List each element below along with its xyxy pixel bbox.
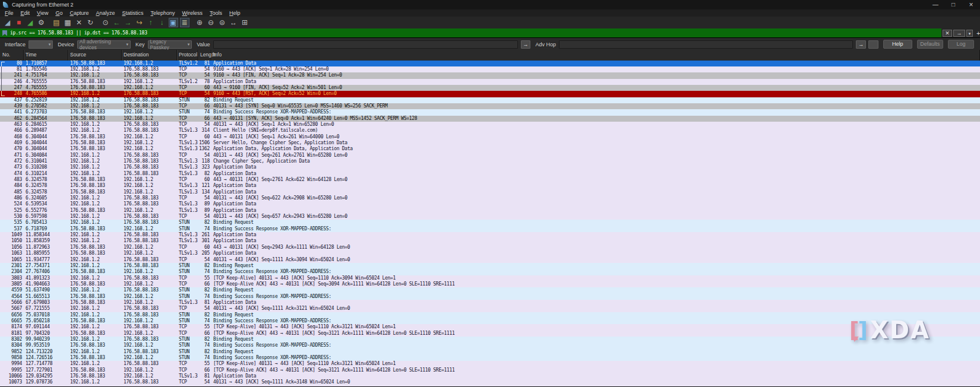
open-file-icon[interactable]: ▤ <box>52 18 61 27</box>
packet-row[interactable]: 830499.953519176.58.88.183192.168.1.2STU… <box>0 342 980 348</box>
menu-capture[interactable]: Capture <box>66 9 92 17</box>
start-capture-icon[interactable]: ◢ <box>3 18 12 27</box>
restart-capture-icon[interactable]: ◢ <box>26 18 35 27</box>
packet-row[interactable]: 566667.679803176.58.88.183192.168.1.2TLS… <box>0 300 980 306</box>
go-first-packet-icon[interactable]: ↑ <box>146 18 156 27</box>
find-packet-icon[interactable]: ⊙ <box>101 18 110 27</box>
packet-row[interactable]: 5246.539534192.168.1.2176.58.88.183TLSv1… <box>0 201 980 207</box>
packet-row[interactable]: 4626.284564176.58.88.183192.168.1.2TCP66… <box>0 116 980 122</box>
packet-row[interactable]: 10073129.078736192.168.1.2176.58.88.183T… <box>0 379 980 385</box>
packet-row[interactable]: 4746.310214192.168.1.2176.58.88.183TLSv1… <box>0 171 980 177</box>
column-header-info[interactable]: Info <box>211 50 980 61</box>
colorize-icon[interactable]: ≣ <box>180 18 189 27</box>
packet-row[interactable]: 665675.037018192.168.1.2176.58.88.183STU… <box>0 312 980 318</box>
packet-row[interactable]: 10066129.034295176.58.88.183192.168.1.2T… <box>0 373 980 379</box>
menu-view[interactable]: View <box>33 9 52 17</box>
auto-scroll-icon[interactable]: ▣ <box>169 18 178 27</box>
packet-row[interactable]: 818197.704320176.58.88.183192.168.1.2TCP… <box>0 331 980 337</box>
packet-row[interactable]: 830299.940239192.168.1.2176.58.88.183STU… <box>0 337 980 342</box>
packet-row[interactable]: 566767.721555192.168.1.2176.58.88.183TCP… <box>0 306 980 312</box>
filter-apply-button[interactable]: → <box>953 30 965 37</box>
zoom-original-icon[interactable]: ⊜ <box>217 18 227 27</box>
zoom-out-icon[interactable]: ⊖ <box>206 18 216 27</box>
filter-add-button[interactable]: + <box>976 30 980 37</box>
resize-columns-icon[interactable]: ↔ <box>229 18 238 27</box>
device-select[interactable]: All advertising devices▾ <box>77 40 131 49</box>
packet-row[interactable]: 4836.324578176.58.88.183192.168.1.2TCP60… <box>0 177 980 183</box>
go-last-packet-icon[interactable]: ↓ <box>157 18 167 27</box>
display-filter-input[interactable]: ip.src == 176.58.88.183 || ip.dst == 176… <box>0 28 941 37</box>
packet-row[interactable]: 106311.885955176.58.88.183192.168.1.2TLS… <box>0 250 980 256</box>
column-header-no[interactable]: No. <box>0 50 24 61</box>
menu-help[interactable]: Help <box>226 9 244 17</box>
menu-file[interactable]: File <box>1 9 17 17</box>
filter-dropdown-button[interactable]: ▾ <box>966 30 973 37</box>
column-header-destination[interactable]: Destination <box>122 50 177 61</box>
menu-statistics[interactable]: Statistics <box>119 9 147 17</box>
minimize-button[interactable]: — <box>927 0 944 9</box>
packet-row[interactable]: 5256.552776176.58.88.183192.168.1.2TLSv1… <box>0 208 980 214</box>
packet-row[interactable]: 4416.273703176.58.88.183192.168.1.2STUN7… <box>0 109 980 115</box>
packet-row[interactable]: 811.765546192.168.1.2176.58.88.183TCP549… <box>0 66 980 72</box>
packet-list[interactable]: 801.710857176.58.88.183192.168.1.2TLSv1.… <box>0 61 980 386</box>
packet-row[interactable]: 380341.891323192.168.1.2176.58.88.183TCP… <box>0 275 980 281</box>
packet-row[interactable]: 455951.637490192.168.1.2176.58.88.183STU… <box>0 287 980 293</box>
packet-row[interactable]: 801.710857176.58.88.183192.168.1.2TLSv1.… <box>0 61 980 66</box>
packet-row[interactable]: 456451.665513176.58.88.183192.168.1.2STU… <box>0 294 980 300</box>
packet-row[interactable]: 4716.304084192.168.1.2176.58.88.183TCP54… <box>0 153 980 158</box>
packet-row[interactable]: 666575.050218176.58.88.183192.168.1.2STU… <box>0 318 980 324</box>
column-header-time[interactable]: Time <box>24 50 68 61</box>
menu-wireless[interactable]: Wireless <box>179 9 207 17</box>
maximize-button[interactable]: □ <box>944 0 962 9</box>
value-go-button[interactable]: → <box>521 40 531 49</box>
packet-row[interactable]: 4686.304044176.58.88.183192.168.1.2TCP60… <box>0 134 980 140</box>
reload-file-icon[interactable]: ↻ <box>86 18 95 27</box>
packet-row[interactable]: 105011.858359192.168.1.2176.58.88.183TLS… <box>0 238 980 244</box>
menu-tools[interactable]: Tools <box>206 9 226 17</box>
packet-row[interactable]: 2484.765586192.168.1.2176.58.88.183TCP54… <box>0 91 980 97</box>
packet-row[interactable]: 9852124.713220192.168.1.2176.58.88.183ST… <box>0 349 980 355</box>
menu-edit[interactable]: Edit <box>17 9 34 17</box>
filter-bookmark-icon[interactable] <box>2 30 7 36</box>
help-button[interactable]: Help <box>883 40 912 49</box>
column-header-length[interactable]: Length <box>198 50 211 61</box>
packet-row[interactable]: 4846.324578176.58.88.183192.168.1.2TLSv1… <box>0 183 980 189</box>
packet-row[interactable]: 2464.765555176.58.88.183192.168.1.2TLSv1… <box>0 79 980 85</box>
packet-row[interactable]: 4696.304044176.58.88.183192.168.1.2TLSv1… <box>0 140 980 146</box>
key-select[interactable]: Legacy Passkey▾ <box>148 40 192 49</box>
packet-row[interactable]: 230427.767406176.58.88.183192.168.1.2STU… <box>0 269 980 275</box>
menu-analyze[interactable]: Analyze <box>92 9 118 17</box>
packet-row[interactable]: 4706.304044176.58.88.183192.168.1.2TLSv1… <box>0 146 980 152</box>
adv-hop-input[interactable] <box>559 40 853 49</box>
defaults-button[interactable]: Defaults <box>917 40 943 49</box>
packet-row[interactable]: 4666.289487192.168.1.2176.58.88.183TLSv1… <box>0 128 980 134</box>
go-back-icon[interactable]: ← <box>112 18 122 27</box>
packet-row[interactable]: 230127.754371192.168.1.2176.58.88.183STU… <box>0 263 980 269</box>
packet-row[interactable]: 817497.691144192.168.1.2176.58.88.183TCP… <box>0 324 980 330</box>
packet-row[interactable]: 4856.324578176.58.88.183192.168.1.2TLSv1… <box>0 189 980 195</box>
close-button[interactable]: × <box>962 0 980 9</box>
go-to-packet-icon[interactable]: ↪ <box>135 18 144 27</box>
value-input[interactable] <box>213 40 518 49</box>
packet-row[interactable]: 4636.284615192.168.1.2176.58.88.183TCP54… <box>0 122 980 128</box>
packet-row[interactable]: 380541.904663176.58.88.183192.168.1.2TCP… <box>0 281 980 287</box>
packet-row[interactable]: 105611.872963176.58.88.183192.168.1.2TCP… <box>0 245 980 250</box>
packet-row[interactable]: 4726.310041192.168.1.2176.58.88.183TLSv1… <box>0 158 980 164</box>
packet-row[interactable]: 2414.751764192.168.1.2176.58.88.183TCP54… <box>0 72 980 78</box>
packet-row[interactable]: 4376.252819192.168.1.2176.58.88.183STUN8… <box>0 97 980 103</box>
column-header-source[interactable]: Source <box>68 50 122 61</box>
packet-row[interactable]: 5376.718769176.58.88.183192.168.1.2STUN7… <box>0 226 980 232</box>
log-button[interactable]: Log <box>948 40 974 49</box>
packet-row[interactable]: 104911.858344192.168.1.2176.58.88.183TLS… <box>0 232 980 238</box>
close-file-icon[interactable]: ✕ <box>74 18 84 27</box>
packet-row[interactable]: 4866.324605192.168.1.2176.58.88.183TCP54… <box>0 195 980 201</box>
stop-capture-icon[interactable]: ■ <box>14 18 24 27</box>
adv-hop-go-button[interactable]: → <box>856 40 866 49</box>
column-header-protocol[interactable]: Protocol <box>177 50 198 61</box>
packet-row[interactable]: 5356.705413192.168.1.2176.58.88.183STUN8… <box>0 220 980 226</box>
extra-button[interactable] <box>868 40 878 49</box>
packet-row[interactable]: 4396.270582192.168.1.2176.58.88.183TCP66… <box>0 103 980 109</box>
menu-go[interactable]: Go <box>52 9 66 17</box>
zoom-in-icon[interactable]: ⊕ <box>195 18 204 27</box>
packet-row[interactable]: 5306.597598192.168.1.2176.58.88.183TCP54… <box>0 214 980 220</box>
